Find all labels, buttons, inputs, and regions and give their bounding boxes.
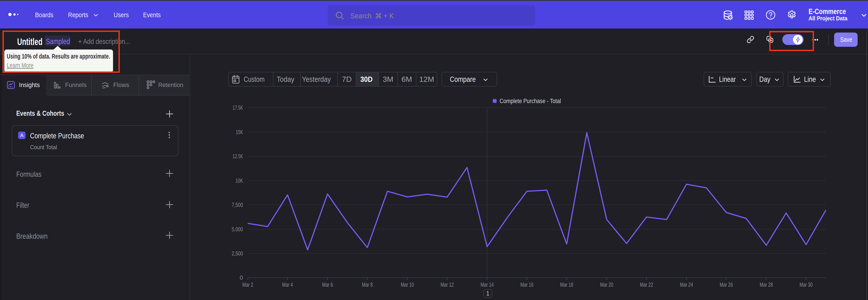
svg-text:Mar 2: Mar 2 <box>242 281 253 288</box>
svg-text:Mar 8: Mar 8 <box>362 281 373 288</box>
svg-text:10K: 10K <box>236 177 243 184</box>
svg-text:12.5K: 12.5K <box>232 153 243 160</box>
svg-text:0: 0 <box>240 274 243 281</box>
svg-text:7,500: 7,500 <box>232 202 243 208</box>
svg-text:Mar 24: Mar 24 <box>680 281 693 288</box>
svg-text:Mar 26: Mar 26 <box>720 281 733 288</box>
svg-text:Mar 18: Mar 18 <box>560 281 573 288</box>
svg-text:Mar 6: Mar 6 <box>322 281 333 288</box>
svg-text:Mar 28: Mar 28 <box>760 281 773 288</box>
svg-text:2,500: 2,500 <box>232 250 243 257</box>
svg-text:Mar 16: Mar 16 <box>520 281 533 288</box>
svg-text:Mar 20: Mar 20 <box>600 281 613 288</box>
svg-text:Mar 4: Mar 4 <box>282 281 293 288</box>
svg-text:15K: 15K <box>236 129 243 136</box>
svg-text:Mar 12: Mar 12 <box>440 281 454 288</box>
svg-text:5,000: 5,000 <box>232 226 243 233</box>
svg-text:Mar 30: Mar 30 <box>800 281 813 288</box>
svg-text:Mar 10: Mar 10 <box>401 281 414 288</box>
svg-text:17.5K: 17.5K <box>232 104 243 111</box>
svg-text:Mar 22: Mar 22 <box>640 281 653 288</box>
svg-text:Mar 14: Mar 14 <box>480 281 494 288</box>
